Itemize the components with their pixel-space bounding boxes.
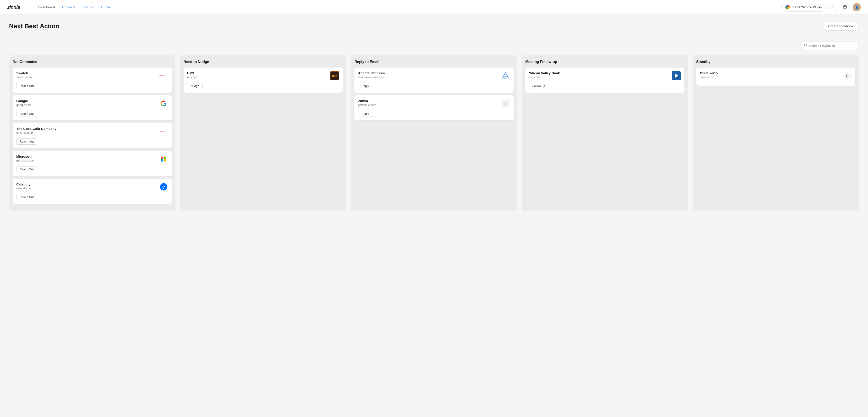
column-title-need-to-nudge: Need to Nudge bbox=[184, 60, 343, 64]
column-standby: Standby CreativeCo creative.co C bbox=[692, 55, 859, 211]
card: Atlanta Ventures atlantaventures.com AV … bbox=[354, 68, 514, 93]
card-action-btn[interactable]: Nudge bbox=[187, 83, 203, 89]
card-header: Zinnia getzinnia.com ✳ bbox=[358, 99, 510, 108]
card-info: Calendly calendly.com bbox=[16, 182, 156, 190]
card-logo: ✳ bbox=[501, 99, 510, 108]
svg-text:AV: AV bbox=[504, 76, 507, 78]
card-domain: calendly.com bbox=[16, 187, 156, 190]
card-action-btn[interactable]: Reach Out bbox=[16, 166, 37, 172]
card-domain: getzinnia.com bbox=[358, 103, 498, 107]
card-domain: creative.co bbox=[700, 75, 840, 79]
card-info: Silicon Valley Bank svb.com bbox=[529, 71, 669, 79]
calendar-icon bbox=[843, 5, 847, 9]
card: Silicon Valley Bank svb.com Follow-up bbox=[525, 68, 684, 93]
page-title: Next Best Action bbox=[9, 23, 59, 30]
nav-events[interactable]: Events bbox=[83, 4, 93, 10]
nav-contacts[interactable]: Contacts bbox=[62, 4, 75, 10]
card-domain: coca-cola.com bbox=[16, 131, 156, 134]
column-title-not-contacted: Not Contacted bbox=[13, 60, 172, 64]
nav-dashboard[interactable]: Dashboard bbox=[38, 4, 55, 10]
card-action-btn[interactable]: Reach Out bbox=[16, 138, 37, 145]
card-domain: atlantaventures.com bbox=[358, 75, 498, 79]
card-domain: ups.com bbox=[187, 75, 327, 79]
column-title-reply-to-email: Reply to Email bbox=[354, 60, 514, 64]
avatar-initials: 👤 bbox=[855, 5, 859, 9]
card-domain: microsoft.com bbox=[16, 159, 156, 162]
card-logo bbox=[672, 71, 681, 80]
svg-text:swatch: swatch bbox=[159, 75, 165, 76]
nav-admin[interactable]: Admin bbox=[100, 4, 110, 10]
card-header: Google google.com bbox=[16, 99, 168, 108]
card: Microsoft microsoft.com Reach Out bbox=[13, 151, 172, 176]
card-info: Google google.com bbox=[16, 99, 156, 107]
card: UPS ups.com UPS Nudge bbox=[184, 68, 343, 93]
card-logo bbox=[159, 155, 168, 164]
card-name: Silicon Valley Bank bbox=[529, 71, 669, 75]
card-action-btn[interactable]: Reach Out bbox=[16, 111, 37, 117]
card-action-btn[interactable]: Reach Out bbox=[16, 194, 37, 200]
create-playbook-button[interactable]: Create Playbook bbox=[823, 22, 859, 31]
search-row bbox=[9, 41, 859, 50]
svg-text:C: C bbox=[162, 185, 165, 189]
card-action-btn[interactable]: Reach Out bbox=[16, 83, 37, 89]
chrome-btn-label: Install Chrome Plugin bbox=[792, 5, 822, 9]
card: The Coca-Cola Company coca-cola.com Coca… bbox=[13, 123, 172, 148]
nav-divider bbox=[29, 3, 29, 12]
card-action-btn[interactable]: Follow-up bbox=[529, 83, 548, 89]
card-name: The Coca-Cola Company bbox=[16, 127, 156, 131]
card-logo: C bbox=[843, 71, 852, 80]
card-action-btn[interactable]: Reply bbox=[358, 83, 372, 89]
page-header: Next Best Action Create Playbook bbox=[9, 22, 859, 31]
card-domain: svb.com bbox=[529, 75, 669, 79]
card-info: UPS ups.com bbox=[187, 71, 327, 79]
app-logo: zinnia bbox=[7, 4, 20, 10]
calendar-button[interactable] bbox=[841, 3, 849, 11]
chrome-icon bbox=[785, 5, 790, 9]
navbar: zinnia Dashboard Contacts Events Admin I… bbox=[0, 0, 868, 14]
card: Swatch swatch.com swatch Reach Out bbox=[13, 68, 172, 93]
card-header: Calendly calendly.com C bbox=[16, 182, 168, 191]
card-header: The Coca-Cola Company coca-cola.com Coca… bbox=[16, 127, 168, 136]
column-reply-to-email: Reply to Email Atlanta Ventures atlantav… bbox=[351, 55, 517, 211]
card-header: Microsoft microsoft.com bbox=[16, 155, 168, 164]
kanban-board: Not Contacted Swatch swatch.com swatch R… bbox=[9, 55, 859, 211]
card-name: Atlanta Ventures bbox=[358, 71, 498, 75]
card-logo: C bbox=[159, 182, 168, 191]
card-domain: google.com bbox=[16, 103, 156, 107]
card-header: CreativeCo creative.co C bbox=[700, 71, 852, 80]
card-logo: swatch bbox=[159, 71, 168, 80]
install-chrome-btn[interactable]: Install Chrome Plugin bbox=[781, 3, 826, 11]
card-header: Silicon Valley Bank svb.com bbox=[529, 71, 681, 80]
card-name: Microsoft bbox=[16, 155, 156, 158]
card: CreativeCo creative.co C bbox=[696, 68, 855, 86]
svg-text:Coca-Cola: Coca-Cola bbox=[160, 131, 165, 132]
search-input[interactable] bbox=[809, 44, 855, 48]
column-title-meeting-followup: Meeting Follow-up bbox=[525, 60, 684, 64]
card-info: Swatch swatch.com bbox=[16, 71, 156, 79]
card-logo: Coca-Cola bbox=[159, 127, 168, 136]
card-logo: UPS bbox=[330, 71, 339, 80]
help-button[interactable]: ? bbox=[829, 3, 837, 11]
search-icon bbox=[804, 43, 807, 48]
svg-rect-0 bbox=[843, 6, 846, 8]
card-action-btn[interactable]: Reply bbox=[358, 111, 372, 117]
card-info: Zinnia getzinnia.com bbox=[358, 99, 498, 107]
card: Calendly calendly.com C Reach Out bbox=[13, 179, 172, 204]
svg-text:✳: ✳ bbox=[504, 102, 507, 106]
card-info: The Coca-Cola Company coca-cola.com bbox=[16, 127, 156, 134]
column-not-contacted: Not Contacted Swatch swatch.com swatch R… bbox=[9, 55, 176, 211]
card-header: UPS ups.com UPS bbox=[187, 71, 339, 80]
card-name: Swatch bbox=[16, 71, 156, 75]
card-logo: AV bbox=[501, 71, 510, 80]
card: Google google.com Reach Out bbox=[13, 95, 172, 120]
svg-text:C: C bbox=[846, 74, 849, 78]
card-name: Calendly bbox=[16, 182, 156, 186]
card-info: CreativeCo creative.co bbox=[700, 71, 840, 79]
column-meeting-followup: Meeting Follow-up Silicon Valley Bank sv… bbox=[522, 55, 688, 211]
card-domain: swatch.com bbox=[16, 75, 156, 79]
card-name: Google bbox=[16, 99, 156, 103]
card-header: Swatch swatch.com swatch bbox=[16, 71, 168, 80]
card-name: Zinnia bbox=[358, 99, 498, 103]
card-logo bbox=[159, 99, 168, 108]
user-avatar[interactable]: 👤 bbox=[852, 3, 861, 11]
